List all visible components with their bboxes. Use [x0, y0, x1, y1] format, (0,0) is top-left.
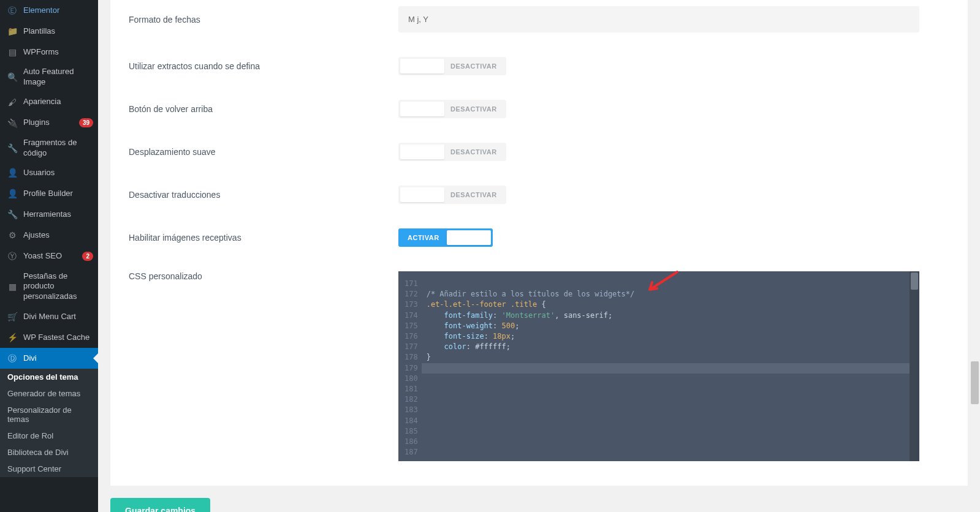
sidebar-item-label: Herramientas — [23, 209, 93, 220]
sidebar-item-label: Divi — [23, 353, 93, 364]
editor-scrollbar[interactable] — [910, 271, 919, 461]
code-line: font-size: 18px; — [422, 331, 919, 342]
submenu-item[interactable]: Personalizador de temas — [0, 402, 98, 427]
sidebar-item-herramientas[interactable]: 🔧Herramientas — [0, 205, 98, 225]
sidebar-item-elementor[interactable]: ⒺElementor — [0, 0, 98, 21]
admin-sidebar: ⒺElementor📁Plantillas▤WPForms🔍Auto Featu… — [0, 0, 98, 512]
excerpts-toggle[interactable]: DESACTIVAR — [398, 57, 506, 75]
custom-css-editor[interactable]: 1711721731741751761771781791801811821831… — [398, 271, 919, 461]
submenu-item[interactable]: Editor de Rol — [0, 427, 98, 444]
toggle-off-label: DESACTIVAR — [450, 148, 504, 156]
D-icon: Ⓓ — [6, 352, 18, 364]
page-scrollbar[interactable] — [970, 0, 980, 512]
sidebar-item-wp-fastest-cache[interactable]: ⚡WP Fastest Cache — [0, 327, 98, 348]
sidebar-item-apariencia[interactable]: 🖌Apariencia — [0, 92, 98, 113]
search-icon: 🔍 — [6, 71, 18, 83]
responsive-images-label: Habilitar imágenes receptivas — [129, 233, 398, 243]
code-line — [422, 374, 919, 384]
code-gutter: 1711721731741751761771781791801811821831… — [398, 271, 422, 461]
sidebar-item-label: Plugins — [23, 118, 77, 128]
code-line: font-weight: 500; — [422, 321, 919, 331]
sidebar-item-profile-builder[interactable]: 👤Profile Builder — [0, 184, 98, 205]
sidebar-item-auto-featured-image[interactable]: 🔍Auto Featured Image — [0, 62, 98, 92]
toggle-handle — [400, 59, 444, 73]
sidebar-item-wpforms[interactable]: ▤WPForms — [0, 42, 98, 62]
submenu-item[interactable]: Biblioteca de Divi — [0, 444, 98, 461]
sidebar-item-divi-menu-cart[interactable]: 🛒Divi Menu Cart — [0, 306, 98, 327]
code-line — [422, 363, 919, 374]
folder-icon: 📁 — [6, 25, 18, 37]
smooth-scroll-toggle[interactable]: DESACTIVAR — [398, 143, 506, 161]
Y-icon: Ⓨ — [6, 250, 18, 263]
code-line: font-family: 'Montserrat', sans-serif; — [422, 311, 919, 321]
date-format-input[interactable] — [398, 6, 919, 32]
toggle-off-label: DESACTIVAR — [450, 191, 504, 198]
bolt-icon: ⚡ — [6, 331, 18, 344]
sidebar-item-divi[interactable]: ⒹDivi — [0, 348, 98, 369]
toggle-off-label: DESACTIVAR — [450, 62, 504, 70]
wrench-icon: 🔧 — [6, 142, 18, 154]
code-line — [422, 394, 919, 405]
main-content: Formato de fechas Utilizar extractos cua… — [98, 0, 980, 512]
sidebar-item-label: Yoast SEO — [23, 251, 80, 262]
tabs-icon: ▦ — [6, 280, 18, 293]
excerpts-label: Utilizar extractos cuando se defina — [129, 61, 398, 71]
back-top-toggle[interactable]: DESACTIVAR — [398, 100, 506, 118]
code-content[interactable]: /* Añadir estilo a los títulos de los wi… — [422, 271, 919, 461]
code-line: color: #ffffff; — [422, 342, 919, 352]
divi-submenu: Opciones del temaGenerador de temasPerso… — [0, 369, 98, 477]
back-top-label: Botón de volver arriba — [129, 104, 398, 114]
disable-translations-toggle[interactable]: DESACTIVAR — [398, 186, 506, 204]
sidebar-item-label: Auto Featured Image — [23, 67, 93, 88]
code-line — [422, 447, 919, 457]
code-line — [422, 405, 919, 415]
sidebar-item-usuarios[interactable]: 👤Usuarios — [0, 163, 98, 184]
cart-icon: 🛒 — [6, 311, 18, 323]
sidebar-item-label: Elementor — [23, 6, 93, 16]
sidebar-item-label: Divi Menu Cart — [23, 312, 93, 322]
sidebar-item-plantillas[interactable]: 📁Plantillas — [0, 21, 98, 42]
submenu-item[interactable]: Support Center — [0, 461, 98, 477]
sidebar-item-fragmentos-de-código[interactable]: 🔧Fragmentos de código — [0, 134, 98, 163]
smooth-scroll-label: Desplazamiento suave — [129, 147, 398, 157]
code-line: .et-l.et-l--footer .title { — [422, 299, 919, 310]
code-line: /* Añadir estilo a los títulos de los wi… — [422, 289, 919, 299]
submenu-item[interactable]: Opciones del tema — [0, 369, 98, 385]
form-icon: ▤ — [6, 46, 18, 58]
sidebar-item-label: WP Fastest Cache — [23, 333, 93, 343]
toggle-handle — [447, 230, 491, 245]
settings-panel: Formato de fechas Utilizar extractos cua… — [110, 0, 968, 486]
responsive-images-toggle[interactable]: ACTIVAR — [398, 228, 493, 247]
code-line — [422, 426, 919, 437]
sidebar-item-plugins[interactable]: 🔌Plugins39 — [0, 113, 98, 134]
sliders-icon: ⚙ — [6, 230, 18, 242]
toggle-off-label: DESACTIVAR — [450, 105, 504, 113]
sidebar-item-ajustes[interactable]: ⚙Ajustes — [0, 225, 98, 246]
scrollbar-thumb[interactable] — [911, 273, 918, 290]
code-line — [422, 384, 919, 394]
sidebar-item-yoast-seo[interactable]: ⓎYoast SEO2 — [0, 246, 98, 267]
toggle-handle — [400, 187, 444, 202]
sidebar-item-pestañas-de-producto-personalizadas[interactable]: ▦Pestañas de producto personalizadas — [0, 267, 98, 307]
page-scrollbar-thumb[interactable] — [971, 361, 979, 404]
plugin-icon: 🔌 — [6, 117, 18, 129]
code-line: } — [422, 352, 919, 363]
person-icon: 👤 — [6, 188, 18, 200]
code-line — [422, 279, 919, 289]
sidebar-item-label: Ajustes — [23, 230, 93, 241]
E-icon: Ⓔ — [6, 4, 18, 17]
save-button[interactable]: Guardar cambios — [110, 498, 210, 512]
sidebar-item-label: WPForms — [23, 47, 93, 58]
sidebar-item-label: Plantillas — [23, 26, 93, 37]
sidebar-item-label: Profile Builder — [23, 189, 93, 199]
custom-css-label: CSS personalizado — [129, 271, 398, 281]
submenu-item[interactable]: Generador de temas — [0, 385, 98, 402]
brush-icon: 🖌 — [6, 96, 18, 108]
sidebar-item-label: Usuarios — [23, 168, 93, 178]
user-icon: 👤 — [6, 167, 18, 179]
tool-icon: 🔧 — [6, 209, 18, 221]
date-format-label: Formato de fechas — [129, 15, 398, 24]
badge: 2 — [82, 252, 93, 261]
code-line — [422, 416, 919, 426]
code-line — [422, 437, 919, 447]
